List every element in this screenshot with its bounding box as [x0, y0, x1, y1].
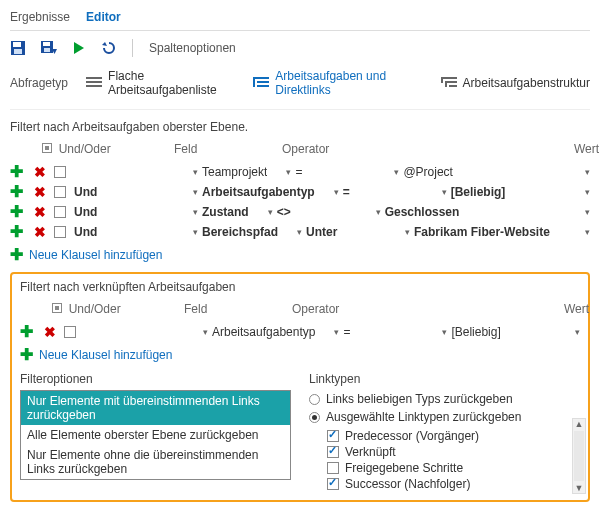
link-type-label: Predecessor (Vorgänger) — [345, 429, 479, 443]
radio-icon — [309, 394, 320, 405]
save-as-icon[interactable] — [40, 40, 58, 56]
value-dropdown-icon[interactable]: ▾ — [574, 187, 590, 197]
query-type-direct-label: Arbeitsaufgaben und Direktlinks — [275, 69, 426, 97]
andor-cell[interactable]: Und — [74, 185, 174, 199]
svg-rect-2 — [14, 49, 22, 54]
filter-row: ✚✖▾Teamprojekt▾=▾@Project▾ — [10, 162, 590, 182]
field-cell[interactable]: Arbeitsaufgabentyp — [202, 185, 315, 199]
radio-any-link[interactable]: Links beliebigen Typs zurückgeben — [309, 390, 580, 408]
radio-any-label: Links beliebigen Typs zurückgeben — [326, 392, 513, 406]
field-cell[interactable]: Teamprojekt — [202, 165, 267, 179]
tab-editor[interactable]: Editor — [86, 10, 121, 24]
add-row-icon[interactable]: ✚ — [10, 206, 30, 218]
top-filters-title: Filtert nach Arbeitsaufgaben oberster Eb… — [10, 110, 590, 140]
value-cell[interactable]: Geschlossen — [385, 205, 570, 219]
query-type-flat[interactable]: Flache Arbeitsaufgabenliste — [86, 67, 239, 99]
link-type-checkbox[interactable] — [327, 462, 339, 474]
link-type-row[interactable]: Verknüpft — [327, 444, 580, 460]
operator-dropdown-icon[interactable]: ▾ — [390, 227, 410, 237]
add-row-icon[interactable]: ✚ — [10, 166, 30, 178]
operator-dropdown-icon[interactable]: ▾ — [427, 327, 447, 337]
delete-row-icon[interactable]: ✖ — [34, 206, 50, 218]
operator-dropdown-icon[interactable]: ▾ — [427, 187, 447, 197]
field-dropdown-icon[interactable]: ▾ — [282, 227, 302, 237]
field-cell[interactable]: Arbeitsaufgabentyp — [212, 325, 315, 339]
query-type-direct[interactable]: Arbeitsaufgaben und Direktlinks — [253, 67, 426, 99]
plus-icon: ✚ — [20, 349, 33, 361]
group-checkbox[interactable] — [64, 326, 76, 338]
andor-cell[interactable]: Und — [74, 225, 174, 239]
value-dropdown-icon[interactable]: ▾ — [574, 207, 590, 217]
add-clause-top[interactable]: ✚ Neue Klausel hinzufügen — [10, 242, 590, 270]
add-row-icon[interactable]: ✚ — [20, 326, 40, 338]
undo-icon[interactable] — [100, 40, 116, 56]
andor-dropdown-icon[interactable]: ▾ — [178, 207, 198, 217]
operator-cell[interactable]: <> — [277, 205, 357, 219]
value-dropdown-icon[interactable]: ▾ — [574, 167, 590, 177]
field-cell[interactable]: Bereichspfad — [202, 225, 278, 239]
scroll-thumb[interactable] — [574, 431, 584, 481]
svg-rect-13 — [441, 77, 457, 79]
group-checkbox[interactable] — [54, 226, 66, 238]
save-icon[interactable] — [10, 40, 26, 56]
group-checkbox[interactable] — [54, 166, 66, 178]
operator-cell[interactable]: = — [343, 325, 423, 339]
svg-rect-15 — [449, 85, 457, 87]
value-cell[interactable]: Fabrikam Fiber-Website — [414, 225, 570, 239]
svg-rect-12 — [253, 79, 255, 87]
link-type-row[interactable]: Freigegebene Schritte — [327, 460, 580, 476]
andor-dropdown-icon[interactable]: ▾ — [178, 227, 198, 237]
add-row-icon[interactable]: ✚ — [10, 186, 30, 198]
group-checkbox[interactable] — [54, 186, 66, 198]
delete-row-icon[interactable]: ✖ — [34, 226, 50, 238]
delete-row-icon[interactable]: ✖ — [34, 186, 50, 198]
operator-dropdown-icon[interactable]: ▾ — [361, 207, 381, 217]
operator-cell[interactable]: = — [295, 165, 375, 179]
link-type-checkbox[interactable] — [327, 478, 339, 490]
field-cell[interactable]: Zustand — [202, 205, 249, 219]
link-type-row[interactable]: Successor (Nachfolger) — [327, 476, 580, 492]
filter-option[interactable]: Nur Elemente mit übereinstimmenden Links… — [21, 391, 290, 425]
value-cell[interactable]: [Beliebig] — [451, 185, 570, 199]
delete-row-icon[interactable]: ✖ — [44, 326, 60, 338]
field-dropdown-icon[interactable]: ▾ — [319, 327, 339, 337]
radio-selected-link[interactable]: Ausgewählte Linktypen zurückgeben — [309, 408, 580, 426]
filter-option[interactable]: Nur Elemente ohne die übereinstimmenden … — [21, 445, 290, 479]
col-andor-2: Und/Oder — [20, 302, 176, 316]
value-cell[interactable]: [Beliebig] — [451, 325, 560, 339]
value-cell[interactable]: @Project — [403, 165, 570, 179]
add-row-icon[interactable]: ✚ — [10, 226, 30, 238]
filter-option[interactable]: Alle Elemente oberster Ebene zurückgeben — [21, 425, 290, 445]
andor-dropdown-icon[interactable]: ▾ — [178, 167, 198, 177]
scroll-down-icon[interactable]: ▼ — [575, 483, 584, 493]
group-checkbox[interactable] — [54, 206, 66, 218]
operator-dropdown-icon[interactable]: ▾ — [379, 167, 399, 177]
andor-dropdown-icon[interactable]: ▾ — [188, 327, 208, 337]
operator-cell[interactable]: = — [343, 185, 423, 199]
andor-dropdown-icon[interactable]: ▾ — [178, 187, 198, 197]
query-type-tree[interactable]: Arbeitsaufgabenstruktur — [441, 74, 590, 92]
field-dropdown-icon[interactable]: ▾ — [271, 167, 291, 177]
svg-rect-5 — [44, 48, 50, 52]
link-type-checkbox[interactable] — [327, 430, 339, 442]
value-dropdown-icon[interactable]: ▾ — [574, 227, 590, 237]
delete-row-icon[interactable]: ✖ — [34, 166, 50, 178]
tab-results[interactable]: Ergebnisse — [10, 10, 70, 24]
col-value: Wert — [574, 142, 590, 156]
value-dropdown-icon[interactable]: ▾ — [564, 327, 580, 337]
svg-rect-16 — [441, 79, 443, 83]
link-type-checkbox[interactable] — [327, 446, 339, 458]
run-icon[interactable] — [72, 41, 86, 55]
scroll-up-icon[interactable]: ▲ — [575, 419, 584, 429]
filter-row: ✚✖Und▾Zustand▾<>▾Geschlossen▾ — [10, 202, 590, 222]
link-type-row[interactable]: Predecessor (Vorgänger) — [327, 428, 580, 444]
link-types-title: Linktypen — [309, 372, 580, 390]
andor-cell[interactable]: Und — [74, 205, 174, 219]
col-operator-2: Operator — [292, 302, 312, 316]
add-clause-linked[interactable]: ✚ Neue Klausel hinzufügen — [20, 342, 580, 370]
field-dropdown-icon[interactable]: ▾ — [319, 187, 339, 197]
column-options-button[interactable]: Spaltenoptionen — [149, 41, 236, 55]
operator-cell[interactable]: Unter — [306, 225, 386, 239]
field-dropdown-icon[interactable]: ▾ — [253, 207, 273, 217]
scrollbar[interactable]: ▲ ▼ — [572, 418, 586, 494]
